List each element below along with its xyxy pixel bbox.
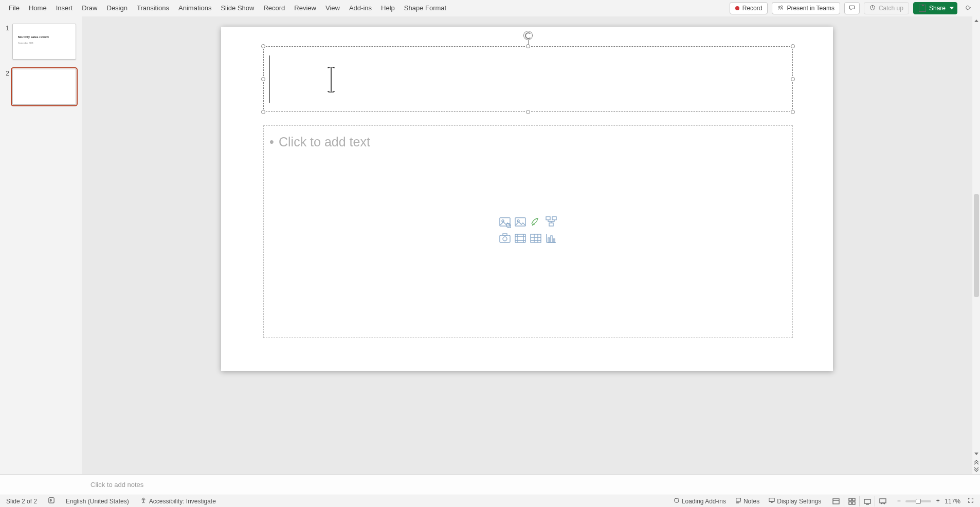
thumbnail-1-wrap[interactable]: 1 Monthly sales review September 2023 [0,22,82,67]
menu-design[interactable]: Design [102,0,132,16]
resize-handle-tr[interactable] [791,44,795,48]
slide-canvas-area[interactable]: Click to add text [82,16,972,474]
triangle-up-icon [974,20,978,22]
prev-slide-button[interactable] [972,458,981,466]
scroll-up-button[interactable] [972,16,981,25]
resize-handle-ml[interactable] [261,77,265,81]
text-cursor-icon [326,67,336,92]
menu-record[interactable]: Record [259,0,289,16]
menu-review[interactable]: Review [289,0,321,16]
thumbnail-1[interactable]: Monthly sales review September 2023 [12,24,76,60]
selection-border[interactable] [263,46,793,112]
scroll-thumb[interactable] [974,194,979,297]
slide[interactable]: Click to add text [221,27,833,371]
catch-up-button[interactable]: Catch up [864,2,909,14]
copilot-icon [966,5,972,12]
fit-to-window-button[interactable] [966,496,976,506]
zoom-out-button[interactable]: − [895,498,902,505]
language-button[interactable]: English (United States) [64,497,131,506]
share-label: Share [929,5,946,12]
thumbnail-panel[interactable]: 1 Monthly sales review September 2023 2 [0,16,82,474]
insert-picture-icon[interactable] [513,215,528,229]
svg-point-4 [502,220,504,222]
thumbnail-1-title: Monthly sales review [18,35,70,39]
menu-home[interactable]: Home [24,0,51,16]
notes-placeholder: Click to add notes [90,481,143,489]
reading-view-button[interactable] [859,496,875,506]
menu-help[interactable]: Help [376,0,400,16]
copilot-button[interactable] [961,2,976,14]
zoom-percent[interactable]: 117% [945,498,960,505]
next-slide-button[interactable] [972,466,981,474]
scroll-down-button[interactable] [972,449,981,458]
thumbnail-2[interactable] [12,69,76,105]
comment-icon [849,5,855,12]
zoom-slider[interactable] [905,500,931,502]
title-placeholder[interactable] [263,46,793,112]
svg-rect-17 [551,236,552,242]
slide-counter[interactable]: Slide 2 of 2 [4,497,39,506]
svg-rect-6 [515,218,525,226]
record-button[interactable]: Record [730,2,768,14]
comments-button[interactable] [844,2,860,14]
insert-video-icon[interactable] [513,231,528,246]
thumbnail-2-wrap[interactable]: 2 [0,67,82,112]
zoom-in-button[interactable]: + [934,498,941,505]
menu-shape-format[interactable]: Shape Format [400,0,451,16]
svg-rect-11 [500,235,510,242]
menu-addins[interactable]: Add-ins [344,0,376,16]
spell-check-button[interactable] [46,496,57,506]
notes-toggle-button[interactable]: Notes [733,496,761,506]
loading-icon [674,497,680,505]
zoom-slider-knob[interactable] [916,499,921,504]
menu-view[interactable]: View [321,0,344,16]
svg-point-20 [142,498,144,499]
insert-chart-icon[interactable] [544,231,558,246]
menu-insert[interactable]: Insert [51,0,78,16]
insert-stock-image-icon[interactable] [498,215,512,229]
menu-animations[interactable]: Animations [174,0,216,16]
menu-draw[interactable]: Draw [77,0,102,16]
loading-addins[interactable]: Loading Add-ins [672,496,728,506]
view-buttons [828,496,890,506]
insert-icon-icon[interactable] [529,215,543,229]
clock-icon [869,5,876,12]
menu-slideshow[interactable]: Slide Show [216,0,259,16]
svg-rect-25 [849,498,851,501]
share-button[interactable]: Share [913,2,957,14]
svg-rect-13 [503,234,507,235]
resize-handle-bl[interactable] [261,110,265,114]
menu-transitions[interactable]: Transitions [132,0,174,16]
accessibility-button[interactable]: Accessibility: Investigate [138,496,218,506]
insert-table-icon[interactable] [529,231,543,246]
present-teams-label: Present in Teams [787,5,834,12]
resize-handle-br[interactable] [791,110,795,114]
thumbnail-1-subtitle: September 2023 [18,42,33,44]
rotate-handle[interactable] [523,31,533,40]
vertical-scrollbar[interactable] [972,16,980,474]
resize-handle-tm[interactable] [526,44,530,48]
accessibility-icon [140,497,147,505]
svg-rect-16 [548,238,550,242]
status-right: Loading Add-ins Notes Display Settings [672,496,976,506]
insert-smartart-icon[interactable] [544,215,558,229]
display-icon [769,497,775,505]
normal-view-button[interactable] [828,496,844,506]
resize-handle-bm[interactable] [526,110,530,114]
menu-file[interactable]: File [4,0,24,16]
content-placeholder[interactable]: Click to add text [263,125,793,338]
scroll-track[interactable] [973,25,979,449]
resize-handle-mr[interactable] [791,77,795,81]
insert-cameo-icon[interactable] [498,231,512,246]
display-settings-button[interactable]: Display Settings [767,496,823,506]
display-settings-label: Display Settings [777,498,821,505]
svg-rect-14 [515,234,525,242]
resize-handle-tl[interactable] [261,44,265,48]
actions-group: Record Present in Teams Catch up Share [730,2,976,14]
svg-rect-9 [552,217,556,220]
text-caret [269,55,270,103]
sorter-view-button[interactable] [844,496,859,506]
present-teams-button[interactable]: Present in Teams [772,2,840,14]
notes-pane[interactable]: Click to add notes [0,474,980,495]
slideshow-view-button[interactable] [875,496,890,506]
